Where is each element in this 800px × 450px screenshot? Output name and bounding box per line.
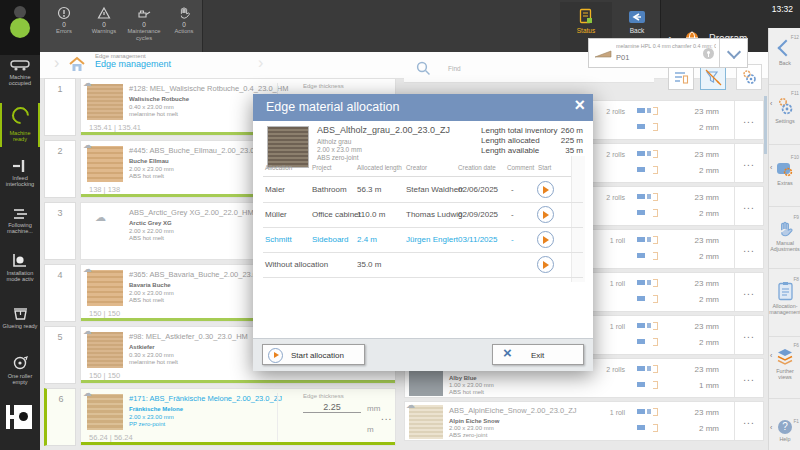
edge-profile-icon <box>594 49 612 59</box>
row-menu-button[interactable]: ... <box>734 359 763 397</box>
sidebar-item-further-views[interactable]: ‹ F6 Further views <box>769 340 800 399</box>
start-row-button[interactable] <box>537 256 554 273</box>
allocation-row-mueller[interactable]: Müller Office cabinet 110.0 m Thomas Lud… <box>263 202 583 228</box>
breadcrumb[interactable]: Edge management Edge management <box>95 53 171 69</box>
row-menu-button[interactable]: ... <box>734 187 763 225</box>
edge-size: 2.00 x 23.00 mm <box>449 425 494 431</box>
cell-comment: - <box>511 185 514 194</box>
chevron-down-icon <box>727 45 741 59</box>
error-icon <box>57 6 71 20</box>
edge-quantity: 138 | 138 <box>89 185 120 194</box>
sidebar-item-label: Further views <box>769 368 800 381</box>
sidebar-item-help[interactable]: ‹ F1 ? Help <box>769 416 800 450</box>
homag-logo <box>6 403 34 431</box>
sidebar-item-back[interactable]: F12 Back <box>769 32 800 85</box>
row-menu-button[interactable]: ... <box>381 411 392 422</box>
edge-thickness-input[interactable]: 2.25 <box>303 402 361 413</box>
material-name: Altholz grau <box>317 138 351 145</box>
cell-length: 56.3 m <box>357 185 381 194</box>
edge-width: 23 mm <box>675 107 719 116</box>
collapse-icon[interactable]: ‹ <box>770 424 772 431</box>
start-row-button[interactable] <box>537 231 554 248</box>
row-menu-button[interactable]: ... <box>734 230 763 268</box>
col-creator: Creator <box>406 164 427 171</box>
edge-glue: ABS hot melt <box>129 235 164 241</box>
errors-counter[interactable]: 0 Errors <box>42 6 86 35</box>
active-program-box[interactable]: melamine HPL 0.4 mm chamfer 0.4 mm; Cutt… <box>588 38 748 68</box>
edge-row-6-selected[interactable]: ☁ #171: ABS_Fränkische Melone_2.00_23.0_… <box>80 388 396 446</box>
dialog-header: Edge material allocation × <box>253 94 593 121</box>
col-comment: Comment <box>507 164 534 171</box>
sidebar-item-manual-adjustments[interactable]: F9 Manual Adjustments <box>769 212 800 269</box>
actions-counter[interactable]: 0 Actions <box>166 6 202 35</box>
allocation-row-maier[interactable]: Maier Bathroom 56.3 m Stefan Waldherr 02… <box>263 177 583 203</box>
warning-icon <box>97 6 111 20</box>
cell-allocation: Müller <box>265 210 287 219</box>
exit-label: Exit <box>531 351 544 360</box>
allocation-row-schmitt-selected[interactable]: Schmitt Sideboard 2.4 m Jürgen Englert 0… <box>263 227 583 253</box>
rolls-count: 1 roll <box>610 237 625 244</box>
cell-comment: - <box>511 235 514 244</box>
machine-state-label: Glueing ready <box>0 323 40 329</box>
play-icon <box>543 261 549 269</box>
start-allocation-button[interactable]: Start allocation <box>262 344 365 365</box>
allocation-row-without[interactable]: Without allocation 35.0 m <box>263 252 583 278</box>
dialog-footer: Start allocation × Exit <box>253 338 593 371</box>
back-machine-icon <box>628 10 646 25</box>
exit-x-icon: × <box>503 344 512 361</box>
edge-quantity: 135.41 | 135.41 <box>89 123 141 132</box>
edge-name: Buche Ellmau <box>129 158 169 164</box>
roller-empty-icon <box>12 355 28 371</box>
edge-title: #171: ABS_Fränkische Melone_2.00_23.0_ZJ <box>129 394 282 403</box>
maintenance-counter[interactable]: 0 Maintenance cycles <box>122 6 166 41</box>
glue-pot-icon <box>12 307 29 321</box>
exit-button[interactable]: × Exit <box>492 344 584 365</box>
sidebar-item-allocation-management[interactable]: F8 Allocation- management <box>769 274 800 337</box>
fkey-label: F12 <box>791 35 799 40</box>
edge-material-allocation-dialog: Edge material allocation × ABS_Altholz_g… <box>253 94 593 371</box>
infeed-interlocking-icon <box>12 159 28 173</box>
col-allocated-length: Allocated length <box>357 164 402 171</box>
roll-row-8[interactable]: ☁ ABS_AlpinEiche_Snow_2.00_23.0_ZJ Alpin… <box>404 401 764 441</box>
manual-hand-icon <box>776 220 794 238</box>
home-icon[interactable] <box>68 56 86 73</box>
sidebar-item-settings[interactable]: ‹ F11 Settings <box>769 88 800 145</box>
edge-name: Bavaria Buche <box>129 282 171 288</box>
close-icon[interactable]: × <box>574 95 585 116</box>
right-list-scrollbar[interactable] <box>764 96 767 154</box>
cloud-icon: ☁ <box>83 140 92 150</box>
sidebar-item-extras[interactable]: ‹ F10 Extras <box>769 152 800 207</box>
collapse-icon[interactable]: ‹ <box>770 164 772 171</box>
edge-size: 0.40 x 23.00 mm <box>129 104 174 110</box>
search-input[interactable]: Find <box>448 65 461 72</box>
rolls-count: 1 roll <box>610 323 625 330</box>
row-menu-button[interactable]: ... <box>734 316 763 354</box>
col-start: Start <box>538 164 551 171</box>
cell-allocation: Maier <box>265 185 285 194</box>
cell-length: 2.4 m <box>357 235 377 244</box>
edge-title: ABS_Arctic_Grey XG_2.00_22.0_HM <box>129 208 254 217</box>
row-menu-button[interactable]: ... <box>734 101 763 139</box>
warnings-counter[interactable]: 0 Warnings <box>82 6 126 35</box>
filter-off-icon <box>704 68 722 86</box>
row-menu-button[interactable]: ... <box>734 402 763 440</box>
row-menu-button[interactable]: ... <box>734 144 763 182</box>
cell-comment: - <box>511 210 514 219</box>
rolls-count: 2 rolls <box>606 366 625 373</box>
play-icon <box>543 211 549 219</box>
edge-thumbnail <box>87 146 123 182</box>
edge-name: Alby Blue <box>449 375 477 381</box>
collapse-icon[interactable]: ‹ <box>770 100 772 107</box>
edge-size: 2.00 x 23.00 mm <box>129 290 174 296</box>
row-menu-button[interactable]: ... <box>734 273 763 311</box>
sort-filter-icon <box>672 68 690 86</box>
program-expand-button[interactable] <box>719 39 747 67</box>
start-row-button[interactable] <box>537 206 554 223</box>
collapse-icon[interactable]: ‹ <box>770 352 772 359</box>
edge-thumbnail <box>87 332 123 368</box>
cell-creator: Thomas Ludwig <box>406 210 462 219</box>
sidebar-item-label: Back <box>769 60 800 66</box>
start-row-button[interactable] <box>537 181 554 198</box>
help-icon: ? <box>778 420 792 434</box>
breadcrumb-current: Edge management <box>95 59 171 69</box>
